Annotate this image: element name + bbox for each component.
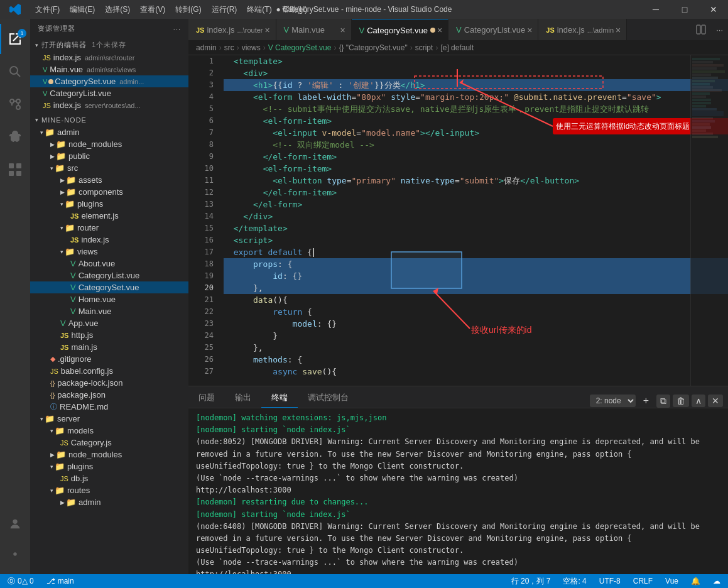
status-indent[interactable]: 空格: 4 [560,576,589,587]
tree-public[interactable]: ▶ 📁 public [30,150,188,162]
tab-close[interactable]: × [524,25,535,35]
open-file-index-router[interactable]: JS index.js admin\src\router [30,52,188,63]
extensions-icon[interactable] [0,155,30,185]
maximize-button[interactable]: □ [670,0,699,19]
tree-router-index[interactable]: JS index.js [30,234,188,246]
tree-main-vue[interactable]: V Main.vue [30,305,188,317]
tab-terminal[interactable]: 终端 [261,388,298,408]
activity-bar: 1 [0,19,30,574]
tab-more-button[interactable]: ··· [711,19,728,40]
tree-element-js[interactable]: JS element.js [30,210,188,222]
tree-src[interactable]: ▾ 📁 src [30,162,188,174]
tree-server-plugins[interactable]: ▾ 📁 plugins [30,460,188,472]
add-terminal-button[interactable]: + [638,394,654,408]
split-terminal-button[interactable]: ⧉ [656,395,670,408]
menu-terminal[interactable]: 终端(T) [242,3,276,16]
trash-terminal-button[interactable]: 🗑 [673,395,689,407]
tree-categorylist-vue[interactable]: V CategoryList.vue [30,270,188,281]
tab-close[interactable]: × [435,25,445,35]
explorer-icon[interactable]: 1 [0,24,30,54]
tree-about-vue[interactable]: V About.vue [30,258,188,270]
breadcrumb-obj[interactable]: {} "CategorySet.vue" [339,43,407,52]
tree-server[interactable]: ▾ 📁 server [30,413,188,425]
tree-package-lock[interactable]: {} package-lock.json [30,377,188,389]
breadcrumb-src[interactable]: src [224,43,234,52]
tree-components[interactable]: ▶ 📁 components [30,186,188,198]
tab-close[interactable]: × [338,25,348,35]
chevron-up-button[interactable]: ∧ [692,395,705,407]
minimize-button[interactable]: ─ [641,0,670,19]
search-icon[interactable] [0,57,30,87]
tree-app-vue[interactable]: V App.vue [30,317,188,329]
sidebar-more[interactable]: ··· [173,25,181,33]
breadcrumb-script[interactable]: script [415,43,433,52]
menu-run[interactable]: 运行(R) [207,3,242,16]
tree-models[interactable]: ▾ 📁 models [30,425,188,437]
open-file-categoryset-vue[interactable]: V CategorySet.vue admin... [30,75,188,87]
tab-split-button[interactable] [691,19,711,40]
tree-routes[interactable]: ▾ 📁 routes [30,484,188,496]
menu-file[interactable]: 文件(F) [30,3,65,16]
tree-home-vue[interactable]: V Home.vue [30,293,188,305]
status-errors[interactable]: ⓪ 0△ 0 [5,576,36,587]
close-button[interactable]: ✕ [699,0,728,19]
tree-server-node-modules[interactable]: ▶ 📁 node_modules [30,449,188,460]
status-branch[interactable]: ⎇ main [44,577,77,585]
breadcrumb-views[interactable]: views [242,43,261,52]
tree-routes-admin[interactable]: ▶ 📁 admin [30,496,188,508]
tree-readme[interactable]: ⓘ README.md [30,401,188,413]
status-encoding[interactable]: UTF-8 [597,576,623,587]
tabs-bar: JS index.js ...\router × V Main.vue × V … [188,19,728,41]
breadcrumb-default[interactable]: [e] default [440,43,474,52]
tab-close[interactable]: × [613,25,623,35]
code-content[interactable]: <template> <div> <h1>{{id ? '编辑' : '创建'}… [221,55,728,386]
open-file-main-vue[interactable]: V Main.vue admin\src\views [30,63,188,75]
tree-plugins[interactable]: ▾ 📁 plugins [30,198,188,210]
tree-gitignore[interactable]: ◆ .gitignore [30,353,188,365]
tree-router[interactable]: ▾ 📁 router [30,222,188,234]
tab-categorylist-vue[interactable]: V CategoryList.vue × [448,19,538,41]
tree-main-js[interactable]: JS main.js [30,341,188,353]
tree-http-js[interactable]: JS http.js [30,329,188,341]
tab-index-admin[interactable]: JS index.js ...\admin × [538,19,627,41]
tree-babel-config[interactable]: JS babel.config.js [30,365,188,377]
breadcrumb-file[interactable]: V CategorySet.vue [268,43,332,52]
open-file-categorylist-vue[interactable]: V CategoryList.vue [30,87,188,99]
close-panel-button[interactable]: ✕ [708,395,723,407]
status-notification-bell[interactable]: 🔔 [688,576,703,587]
tab-close[interactable]: × [263,25,273,35]
project-header[interactable]: ▾ MINE-NODE [30,114,188,126]
code-editor[interactable]: 12345 678910 1112131415 16171819 20 2122… [188,55,728,386]
menu-edit[interactable]: 编辑(E) [65,3,100,16]
tree-category-js[interactable]: JS Category.js [30,437,188,449]
account-icon[interactable] [0,509,30,539]
tree-categoryset-vue[interactable]: V CategorySet.vue [30,281,188,293]
open-editors-header[interactable]: ▾ 打开的编辑器 1个未保存 [30,38,188,52]
tab-main-vue[interactable]: V Main.vue × [276,19,352,41]
menu-select[interactable]: 选择(S) [100,3,135,16]
status-cursor-position[interactable]: 行 20，列 7 [509,576,553,587]
terminal-selector[interactable]: 2: node [590,395,636,407]
source-control-icon[interactable] [0,89,30,119]
debug-icon[interactable] [0,122,30,152]
tree-db-js[interactable]: JS db.js [30,472,188,484]
settings-icon[interactable] [0,539,30,569]
terminal-content[interactable]: [nodemon] watching extensions: js,mjs,js… [188,408,728,574]
tree-package-json[interactable]: {} package.json [30,389,188,401]
status-line-ending[interactable]: CRLF [631,576,655,587]
tab-problems[interactable]: 问题 [188,388,225,408]
tree-assets[interactable]: ▶ 📁 assets [30,174,188,186]
breadcrumb-admin[interactable]: admin [196,43,217,52]
tab-output[interactable]: 输出 [225,388,261,408]
tab-index-router[interactable]: JS index.js ...\router × [188,19,276,41]
tree-views[interactable]: ▾ 📁 views [30,246,188,258]
tree-admin[interactable]: ▾ 📁 admin [30,126,188,138]
tab-debug-console[interactable]: 调试控制台 [298,388,359,408]
status-sync[interactable]: ☁ [710,576,723,587]
open-file-index-admin[interactable]: JS index.js server\routes\ad... [30,99,188,111]
menu-goto[interactable]: 转到(G) [170,3,206,16]
tab-categoryset-vue[interactable]: V CategorySet.vue × [352,19,449,41]
tree-node-modules[interactable]: ▶ 📁 node_modules [30,138,188,150]
status-language[interactable]: Vue [663,576,681,587]
menu-view[interactable]: 查看(V) [135,3,170,16]
